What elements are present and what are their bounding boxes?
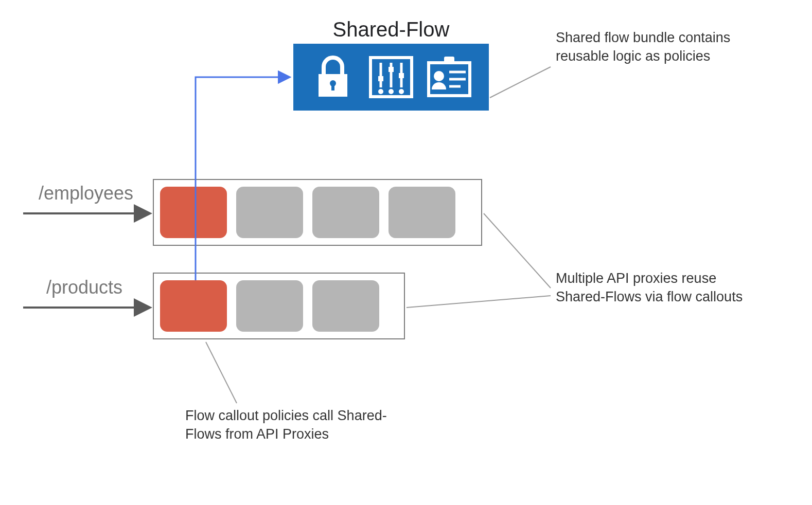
svg-rect-2	[331, 83, 334, 91]
svg-rect-9	[399, 73, 404, 78]
annotation-multi-proxies: Multiple API proxies reuse Shared-Flows …	[556, 269, 762, 306]
svg-rect-7	[378, 76, 383, 81]
flow-callout-block	[160, 280, 227, 332]
policy-block	[236, 187, 303, 238]
policy-block	[312, 280, 379, 332]
shared-flow-title: Shared-Flow	[293, 18, 489, 41]
svg-rect-8	[389, 67, 394, 72]
path-label-employees: /employees	[39, 183, 133, 204]
svg-point-11	[389, 89, 394, 94]
flow-callout-block	[160, 187, 227, 238]
anno-line-shared	[490, 67, 551, 98]
annotation-shared-bundle: Shared flow bundle contains reusable log…	[556, 28, 762, 66]
policy-block	[236, 280, 303, 332]
svg-point-12	[399, 89, 404, 94]
policy-block	[312, 187, 379, 238]
svg-point-15	[434, 71, 444, 81]
svg-point-10	[378, 89, 383, 94]
policy-block	[389, 187, 455, 238]
sliders-icon	[365, 51, 417, 103]
path-label-products: /products	[46, 277, 122, 298]
lock-icon	[307, 51, 359, 103]
id-badge-icon	[423, 51, 475, 103]
anno-line-callout	[206, 342, 237, 403]
annotation-flow-callout: Flow callout policies call Shared-Flows …	[185, 406, 391, 444]
anno-line-multi-2	[407, 296, 551, 308]
proxy-employees	[153, 179, 482, 246]
svg-rect-14	[444, 57, 454, 64]
anno-line-multi-1	[484, 213, 551, 288]
proxy-products	[153, 273, 405, 339]
shared-flow-box	[293, 44, 489, 111]
